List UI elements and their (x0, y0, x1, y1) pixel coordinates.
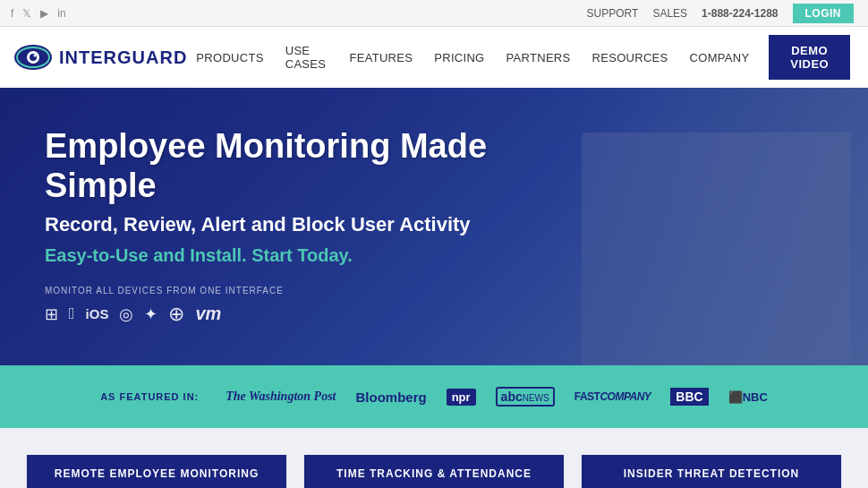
chrome-icon: ◎ (119, 304, 133, 324)
nav-use-cases[interactable]: USE CASES (277, 39, 337, 76)
nav-links: PRODUCTS USE CASES FEATURES PRICING PART… (187, 35, 850, 80)
nav-features[interactable]: FEATURES (340, 46, 421, 70)
card-insider-threat: INSIDER THREAT DETECTION Record, analyze… (582, 455, 841, 488)
top-bar: f 𝕏 ▶ in SUPPORT SALES 1-888-224-1288 LO… (0, 0, 868, 27)
ios-icon: iOS (86, 306, 109, 321)
windows-icon: ⊞ (45, 304, 58, 324)
linkedin-icon[interactable]: in (57, 7, 65, 20)
twitter-icon[interactable]: 𝕏 (22, 7, 31, 20)
nav-resources[interactable]: RESOURCES (583, 46, 677, 70)
hero-devices: MONITOR ALL DEVICES FROM ONE INTERFACE ⊞… (45, 286, 510, 326)
logo-text: INTERGUARD (59, 47, 187, 68)
nav-bar: INTERGUARD PRODUCTS USE CASES FEATURES P… (0, 27, 868, 88)
abc-news-logo: abcNEWS (496, 387, 555, 407)
vmware-icon: vm (195, 304, 221, 324)
nav-company[interactable]: COMPANY (681, 46, 759, 70)
android-icon: ✦ (144, 304, 157, 324)
washington-post-logo: The Washington Post (226, 390, 336, 404)
card-remote-monitoring: REMOTE EMPLOYEE MONITORING Record all us… (27, 455, 286, 488)
hero-content: Employee Monitoring Made Simple Record, … (0, 127, 555, 325)
npr-logo: npr (447, 389, 476, 406)
bbc-logo: BBC (670, 388, 708, 406)
featured-logos: The Washington Post Bloomberg npr abcNEW… (226, 387, 768, 407)
hero-tagline: Easy-to-Use and Install. Start Today. (45, 245, 510, 266)
svg-point-3 (34, 55, 37, 57)
devices-label: MONITOR ALL DEVICES FROM ONE INTERFACE (45, 286, 510, 295)
youtube-icon[interactable]: ▶ (40, 7, 48, 20)
login-button[interactable]: LOGIN (793, 4, 855, 23)
nav-pricing[interactable]: PRICING (425, 46, 493, 70)
phone-number: 1-888-224-1288 (702, 7, 778, 20)
hero-subtitle: Record, Review, Alert and Block User Act… (45, 213, 510, 236)
featured-bar: AS FEATURED IN: The Washington Post Bloo… (0, 365, 868, 428)
featured-label: AS FEATURED IN: (100, 391, 199, 402)
social-links: f 𝕏 ▶ in (11, 7, 66, 20)
bloomberg-logo: Bloomberg (355, 390, 426, 405)
linux-icon: ⊕ (168, 303, 184, 326)
demo-video-button[interactable]: DEMO VIDEO (769, 35, 850, 80)
hero-section: Employee Monitoring Made Simple Record, … (0, 88, 868, 365)
logo-eye-icon (14, 45, 52, 70)
nbc-logo: ⬛NBC (728, 390, 768, 404)
sales-link[interactable]: SALES (652, 7, 687, 20)
fast-company-logo: FASTCOMPANY (574, 390, 651, 403)
logo-area[interactable]: INTERGUARD (14, 45, 187, 70)
apple-icon:  (69, 304, 75, 323)
card-time-header[interactable]: TIME TRACKING & ATTENDANCE (304, 455, 564, 488)
card-insider-header[interactable]: INSIDER THREAT DETECTION (582, 455, 841, 488)
card-remote-header[interactable]: REMOTE EMPLOYEE MONITORING (27, 455, 286, 488)
cards-section: REMOTE EMPLOYEE MONITORING Record all us… (0, 428, 868, 488)
facebook-icon[interactable]: f (11, 7, 13, 20)
card-time-tracking: TIME TRACKING & ATTENDANCE Screenshot an… (304, 455, 564, 488)
hero-title: Employee Monitoring Made Simple (45, 127, 510, 205)
nav-partners[interactable]: PARTNERS (498, 46, 580, 70)
device-icons-row: ⊞  iOS ◎ ✦ ⊕ vm (45, 303, 510, 326)
support-link[interactable]: SUPPORT (587, 7, 639, 20)
nav-products[interactable]: PRODUCTS (187, 46, 272, 70)
top-bar-right: SUPPORT SALES 1-888-224-1288 LOGIN (587, 4, 854, 23)
